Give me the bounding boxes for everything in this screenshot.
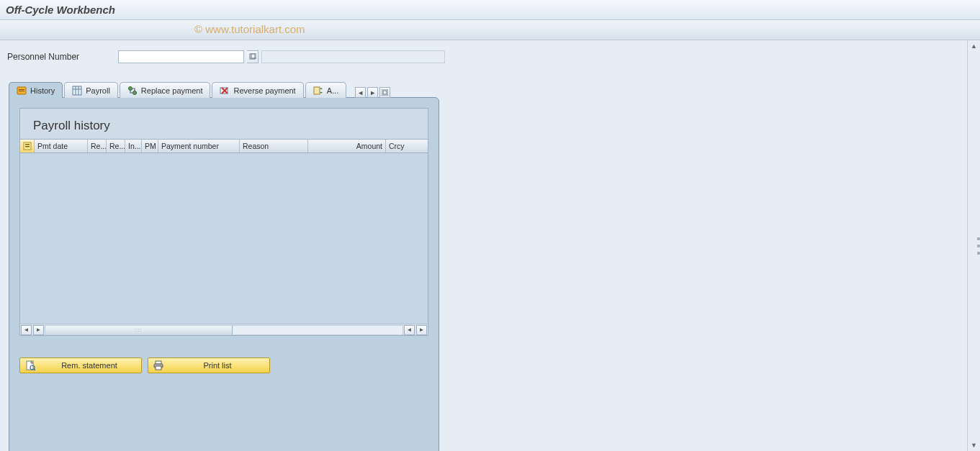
select-all-icon: [22, 141, 32, 151]
col-reason[interactable]: Reason: [240, 140, 308, 152]
search-help-icon: [249, 53, 256, 60]
assign-icon: [313, 86, 323, 96]
action-row: Rem. statement Print list: [19, 357, 428, 373]
main-panel: Personnel Number History: [0, 40, 967, 451]
tab-reverse-payment[interactable]: Reverse payment: [212, 82, 303, 98]
col-payment-number[interactable]: Payment number: [158, 140, 240, 152]
svg-rect-16: [383, 91, 387, 94]
chevron-left-icon: ◄: [407, 327, 413, 333]
tab-replace-payment[interactable]: Replace payment: [120, 82, 211, 98]
svg-rect-25: [156, 366, 161, 370]
svg-line-22: [34, 369, 35, 370]
svg-rect-23: [156, 361, 161, 364]
content-area: Personnel Number History: [0, 40, 980, 451]
payroll-icon: [72, 86, 82, 96]
col-amount[interactable]: Amount: [308, 140, 386, 152]
tab-history[interactable]: History: [9, 82, 63, 98]
print-list-button[interactable]: Print list: [148, 357, 270, 373]
button-label: Print list: [170, 361, 265, 370]
tab-label: Replace payment: [141, 86, 203, 95]
svg-point-10: [132, 91, 136, 94]
grid-hscroll: ◄ ► ::: ◄ ►: [20, 324, 428, 335]
chevron-right-icon: ►: [419, 327, 425, 333]
hscroll-left-end[interactable]: ►: [33, 325, 44, 335]
grid-select-all[interactable]: [20, 140, 35, 152]
tab-nav: ◄ ►: [355, 87, 390, 98]
svg-rect-5: [73, 86, 81, 95]
tab-list-icon: [382, 89, 388, 96]
hscroll-right[interactable]: ►: [416, 325, 427, 335]
document-icon: [24, 360, 36, 370]
col-in[interactable]: In...: [125, 140, 142, 152]
tab-panel-history: Payroll history Pmt date Re... Re... In.…: [9, 97, 439, 451]
personnel-number-input[interactable]: [118, 50, 244, 63]
scroll-up-button[interactable]: ▲: [968, 40, 980, 52]
col-pm[interactable]: PM: [142, 140, 158, 152]
chevron-right-icon: ►: [36, 327, 42, 333]
svg-rect-14: [314, 87, 320, 94]
hscroll-right-start[interactable]: ◄: [404, 325, 415, 335]
tab-scroll-left[interactable]: ◄: [355, 87, 366, 98]
title-bar: Off-Cycle Workbench: [0, 0, 980, 20]
chevron-right-icon: ►: [369, 89, 376, 96]
grid-header: Pmt date Re... Re... In... PM Payment nu…: [20, 140, 428, 153]
col-pmt-date[interactable]: Pmt date: [35, 140, 88, 152]
svg-rect-18: [25, 144, 30, 145]
tab-scroll-right[interactable]: ►: [367, 87, 378, 98]
toolbar: © www.tutorialkart.com: [0, 20, 980, 40]
chevron-left-icon: ◄: [24, 327, 30, 333]
hscroll-left[interactable]: ◄: [21, 325, 32, 335]
grip-icon: :::: [135, 327, 143, 333]
scroll-down-button[interactable]: ▼: [968, 439, 980, 451]
tab-label: Payroll: [86, 86, 110, 95]
personnel-number-label: Personnel Number: [7, 52, 115, 62]
print-icon: [153, 360, 164, 370]
chevron-left-icon: ◄: [357, 89, 364, 96]
reverse-payment-icon: [220, 86, 230, 96]
page-title: Off-Cycle Workbench: [6, 4, 115, 16]
personnel-number-row: Personnel Number: [7, 50, 960, 63]
search-help-button[interactable]: [247, 50, 259, 63]
tab-assign[interactable]: A...: [305, 82, 347, 98]
tab-payroll[interactable]: Payroll: [64, 82, 118, 98]
grid-body: [20, 153, 428, 324]
resize-handle[interactable]: [977, 235, 980, 257]
chevron-up-icon: ▲: [971, 42, 977, 50]
tab-label: History: [30, 86, 55, 95]
tab-list-button[interactable]: [379, 87, 390, 98]
col-re-1[interactable]: Re...: [88, 140, 107, 152]
payroll-history-grid: Pmt date Re... Re... In... PM Payment nu…: [19, 139, 428, 336]
rem-statement-button[interactable]: Rem. statement: [19, 357, 142, 373]
hscroll-thumb[interactable]: :::: [45, 326, 233, 334]
tab-label: A...: [327, 86, 339, 95]
section-title: Payroll history: [19, 108, 428, 139]
hscroll-track[interactable]: :::: [45, 325, 403, 335]
replace-payment-icon: [127, 86, 138, 96]
tab-strip: History Payroll Replace payment Reverse …: [9, 82, 390, 98]
tab-label: Reverse payment: [233, 86, 295, 95]
personnel-number-desc: [261, 50, 445, 63]
svg-rect-4: [19, 91, 24, 91]
svg-point-9: [128, 86, 132, 90]
button-label: Rem. statement: [42, 361, 137, 370]
col-crcy[interactable]: Crcy: [386, 140, 408, 152]
svg-rect-15: [382, 89, 388, 96]
svg-rect-3: [19, 89, 24, 90]
col-re-2[interactable]: Re...: [107, 140, 125, 152]
svg-rect-19: [25, 146, 30, 147]
history-icon: [17, 86, 27, 96]
watermark-text: © www.tutorialkart.com: [194, 23, 305, 35]
chevron-down-icon: ▼: [971, 442, 977, 449]
